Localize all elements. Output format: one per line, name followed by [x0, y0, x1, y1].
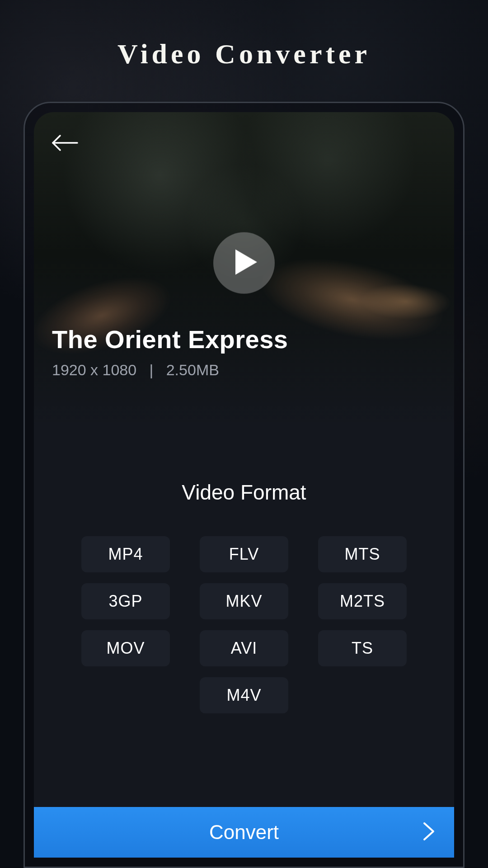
- format-option-mts[interactable]: MTS: [318, 536, 407, 572]
- svg-marker-1: [235, 250, 257, 275]
- video-meta: The Orient Express 868 x 488 | 2.50MB: [52, 325, 436, 379]
- format-option-avi[interactable]: AVI: [200, 630, 288, 666]
- play-button[interactable]: [213, 232, 275, 294]
- section-title-format: Video Format: [34, 480, 454, 505]
- video-title: The Orient Express: [52, 325, 436, 354]
- video-size: 2.50MB: [166, 361, 219, 378]
- chevron-right-icon: [422, 821, 435, 843]
- meta-separator: |: [150, 361, 154, 378]
- format-grid: MP4 FLV MTS 3GP MKV M2TS MOV AVI TS M4V: [34, 536, 454, 713]
- arrow-left-icon: [50, 134, 79, 154]
- format-option-mov[interactable]: MOV: [81, 630, 170, 666]
- format-option-mp4[interactable]: MP4: [81, 536, 170, 572]
- video-preview: The Orient Express 868 x 488 | 2.50MB: [34, 112, 454, 429]
- app-screen: The Orient Express 868 x 488 | 2.50MB …: [34, 112, 454, 858]
- video-resolution: 868 x 488: [52, 361, 136, 378]
- convert-button[interactable]: Convert: [34, 807, 454, 858]
- format-option-m2ts[interactable]: M2TS: [318, 583, 407, 619]
- app-title: Video Converter: [0, 38, 488, 70]
- play-icon: [230, 249, 258, 278]
- phone-frame: The Orient Express 868 x 488 | 2.50MB …: [23, 102, 465, 868]
- back-button[interactable]: [50, 130, 86, 157]
- format-option-ts[interactable]: TS: [318, 630, 407, 666]
- format-option-mkv[interactable]: MKV: [200, 583, 288, 619]
- video-subtitle: 868 x 488 | 2.50MB: [52, 361, 436, 379]
- format-option-3gp[interactable]: 3GP: [81, 583, 170, 619]
- spacer: [34, 713, 454, 807]
- convert-label: Convert: [209, 821, 279, 844]
- format-option-m4v[interactable]: M4V: [200, 677, 288, 713]
- format-option-flv[interactable]: FLV: [200, 536, 288, 572]
